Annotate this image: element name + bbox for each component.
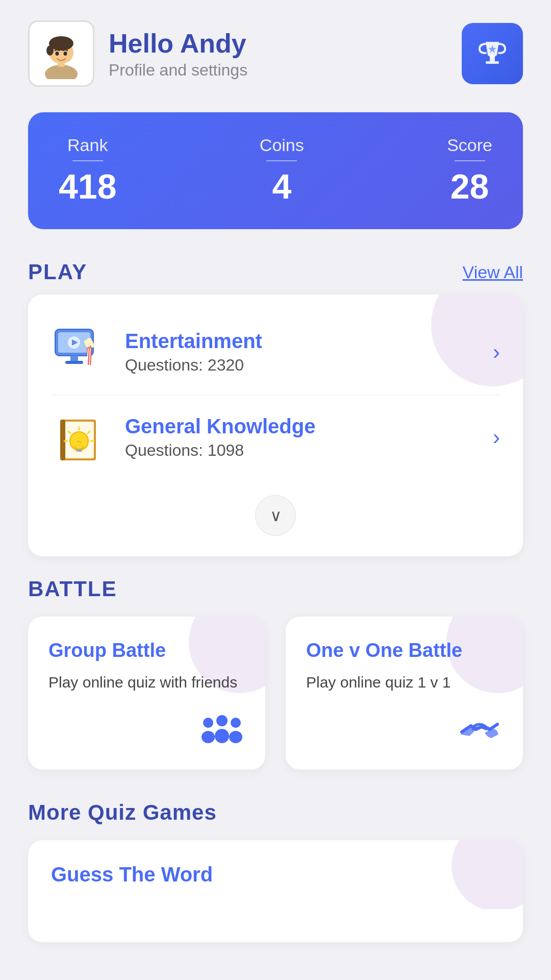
entertainment-name: Entertainment: [125, 330, 262, 353]
one-v-one-name: One v One Battle: [306, 640, 503, 662]
gk-name: General Knowledge: [125, 415, 315, 438]
svg-point-19: [84, 340, 88, 344]
expand-circle[interactable]: ∨: [255, 495, 296, 536]
score-value: 28: [447, 166, 492, 206]
svg-point-20: [91, 344, 95, 348]
one-v-one-desc: Play online quiz 1 v 1: [306, 672, 503, 693]
coins-divider: [266, 160, 297, 161]
svg-rect-14: [70, 356, 78, 361]
gk-chevron: ›: [493, 425, 500, 450]
profile-subtitle: Profile and settings: [109, 61, 247, 80]
general-knowledge-icon: [51, 409, 107, 465]
entertainment-icon: [51, 324, 107, 380]
battle-section: BATTLE Group Battle Play online quiz wit…: [0, 556, 551, 780]
avatar[interactable]: [28, 20, 94, 87]
rank-value: 418: [59, 166, 116, 206]
group-battle-desc: Play online quiz with friends: [48, 672, 245, 693]
svg-point-39: [229, 731, 242, 743]
play-item-entertainment[interactable]: Entertainment Questions: 2320 ›: [28, 310, 523, 395]
group-battle-icon: [199, 712, 245, 754]
header: Hello Andy Profile and settings: [0, 0, 551, 102]
svg-rect-26: [60, 420, 65, 460]
one-v-one-card[interactable]: One v One Battle Play online quiz 1 v 1: [286, 617, 523, 770]
rank-label: Rank: [59, 135, 116, 155]
trophy-button[interactable]: [462, 23, 523, 84]
svg-point-35: [202, 731, 215, 743]
svg-rect-7: [490, 55, 495, 61]
more-card-inner: Guess The Word: [28, 840, 523, 909]
one-v-one-icon: [457, 712, 503, 754]
svg-point-38: [231, 718, 241, 728]
svg-rect-8: [486, 61, 499, 64]
svg-point-0: [45, 65, 78, 79]
group-battle-name: Group Battle: [48, 640, 245, 662]
score-label: Score: [447, 135, 492, 155]
coins-label: Coins: [260, 135, 304, 155]
group-battle-card[interactable]: Group Battle Play online quiz with frien…: [28, 617, 265, 770]
svg-rect-15: [65, 361, 83, 364]
header-left: Hello Andy Profile and settings: [28, 20, 247, 87]
gk-text: General Knowledge Questions: 1098: [125, 415, 315, 460]
play-item-gk[interactable]: General Knowledge Questions: 1098 ›: [28, 395, 523, 480]
view-all-link[interactable]: View All: [463, 262, 523, 282]
more-section: More Quiz Games Guess The Word: [0, 780, 551, 952]
header-text: Hello Andy Profile and settings: [109, 28, 247, 80]
stats-card: Rank 418 Coins 4 Score 28: [28, 112, 523, 229]
svg-point-4: [46, 45, 54, 56]
stat-score: Score 28: [447, 135, 492, 206]
battle-cards: Group Battle Play online quiz with frien…: [28, 617, 523, 770]
play-section-header: PLAY View All: [0, 239, 551, 295]
rank-divider: [72, 160, 103, 161]
coins-value: 4: [260, 166, 304, 206]
svg-point-6: [64, 52, 67, 56]
guess-the-word-card[interactable]: Guess The Word: [28, 840, 523, 942]
play-card: Entertainment Questions: 2320 ›: [28, 295, 523, 556]
entertainment-text: Entertainment Questions: 2320: [125, 330, 262, 375]
greeting: Hello Andy: [109, 28, 247, 59]
guess-the-word-name: Guess The Word: [51, 863, 500, 886]
entertainment-chevron: ›: [493, 340, 500, 364]
score-divider: [455, 160, 485, 161]
battle-title: BATTLE: [28, 577, 523, 601]
stat-rank: Rank 418: [59, 135, 116, 206]
more-title: More Quiz Games: [28, 800, 523, 825]
svg-point-34: [203, 718, 213, 728]
gk-questions: Questions: 1098: [125, 441, 315, 460]
expand-btn: ∨: [28, 480, 523, 541]
svg-point-37: [215, 729, 229, 743]
entertainment-questions: Questions: 2320: [125, 356, 262, 375]
stat-coins: Coins 4: [260, 135, 304, 206]
svg-point-36: [216, 715, 228, 726]
svg-rect-28: [76, 449, 82, 452]
svg-point-5: [56, 52, 59, 56]
play-title: PLAY: [28, 260, 87, 284]
